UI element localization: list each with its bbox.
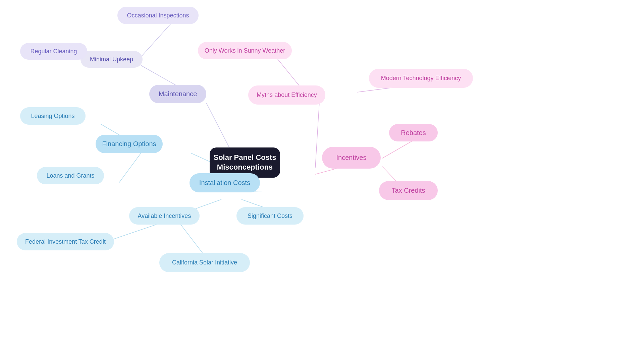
incentives-node: Incentives: [322, 147, 381, 169]
rebates-label: Rebates: [401, 129, 426, 137]
financing-options-label: Financing Options: [102, 140, 156, 148]
svg-line-6: [119, 153, 141, 183]
significant-costs-label: Significant Costs: [248, 213, 292, 220]
leasing-options-node: Leasing Options: [20, 107, 86, 125]
installation-costs-node: Installation Costs: [190, 173, 260, 192]
loans-grants-label: Loans and Grants: [46, 172, 94, 179]
california-solar-label: California Solar Initiative: [172, 259, 237, 266]
modern-tech-node: Modern Technology Efficiency: [369, 69, 473, 88]
leasing-options-label: Leasing Options: [31, 113, 74, 120]
minimal-upkeep-node: Minimal Upkeep: [80, 51, 143, 68]
svg-line-12: [315, 103, 319, 168]
tax-credits-label: Tax Credits: [391, 187, 425, 194]
modern-tech-label: Modern Technology Efficiency: [381, 75, 461, 82]
maintenance-label: Maintenance: [159, 90, 197, 98]
federal-tax-credit-node: Federal Investment Tax Credit: [17, 233, 114, 250]
only-works-sunny-label: Only Works in Sunny Weather: [205, 47, 285, 54]
available-incentives-node: Available Incentives: [129, 207, 200, 225]
installation-costs-label: Installation Costs: [199, 179, 250, 187]
svg-line-10: [109, 223, 161, 241]
significant-costs-node: Significant Costs: [236, 207, 304, 225]
incentives-label: Incentives: [336, 154, 366, 162]
federal-tax-credit-label: Federal Investment Tax Credit: [25, 238, 106, 245]
only-works-sunny-node: Only Works in Sunny Weather: [198, 42, 292, 59]
center-label: Solar Panel Costs Misconceptions: [213, 153, 276, 172]
occasional-inspections-label: Occasional Inspections: [127, 12, 189, 19]
svg-line-2: [141, 23, 171, 57]
tax-credits-node: Tax Credits: [379, 181, 438, 200]
svg-line-16: [382, 141, 413, 158]
maintenance-node: Maintenance: [149, 85, 206, 103]
occasional-inspections-node: Occasional Inspections: [117, 7, 199, 24]
loans-grants-node: Loans and Grants: [37, 167, 104, 184]
myths-efficiency-node: Myths about Efficiency: [248, 85, 325, 105]
available-incentives-label: Available Incentives: [138, 213, 191, 220]
regular-cleaning-node: Regular Cleaning: [20, 43, 87, 60]
myths-efficiency-label: Myths about Efficiency: [257, 92, 317, 99]
rebates-node: Rebates: [389, 124, 438, 141]
financing-options-node: Financing Options: [96, 135, 163, 153]
minimal-upkeep-label: Minimal Upkeep: [90, 56, 133, 63]
california-solar-node: California Solar Initiative: [159, 253, 250, 272]
regular-cleaning-label: Regular Cleaning: [30, 48, 77, 55]
